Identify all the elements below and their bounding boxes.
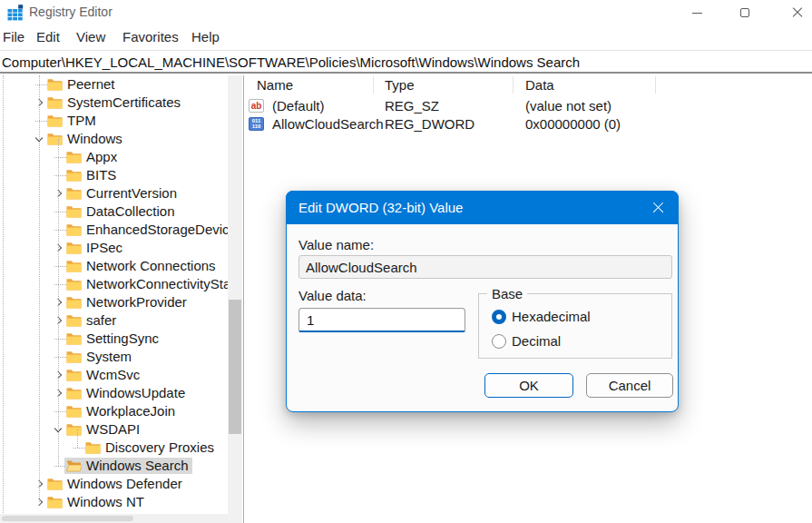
reg-sz-icon: ab: [249, 99, 264, 113]
value-row-allowcloudsearch[interactable]: 011110AllowCloudSearchREG_DWORD0x0000000…: [245, 114, 812, 133]
column-header-type[interactable]: Type: [385, 77, 415, 93]
value-name-field: AllowCloudSearch: [298, 255, 672, 279]
menu-view[interactable]: View: [76, 29, 105, 44]
tree-item-label: safer: [86, 312, 116, 329]
registry-tree: PeernetSystemCertificatesTPMWindowsAppxB…: [0, 75, 228, 514]
value-name-cell: ab(Default): [249, 97, 325, 113]
tree-item-label: NetworkConnectivityStatusIndicator: [86, 276, 228, 292]
tree-horizontal-scrollbar[interactable]: [0, 514, 242, 523]
folder-icon: [66, 278, 82, 291]
column-separator[interactable]: [655, 76, 656, 94]
tree-item-wsdapi[interactable]: WSDAPI: [0, 420, 228, 439]
tree-item-tpm[interactable]: TPM: [0, 112, 228, 130]
value-data-input[interactable]: 1: [298, 308, 465, 332]
radio-label: Decimal: [512, 333, 561, 349]
tree-item-label: WindowsUpdate: [86, 385, 185, 401]
tree-item-system[interactable]: System: [0, 348, 228, 366]
minimize-button[interactable]: [676, 0, 718, 25]
scrollbar-thumb[interactable]: [2, 516, 133, 521]
tree-item-network-connections[interactable]: Network Connections: [0, 257, 228, 275]
tree-item-windowsupdate[interactable]: WindowsUpdate: [0, 384, 228, 402]
value-name-cell: 011110AllowCloudSearch: [249, 115, 384, 132]
tree-item-label: System: [86, 349, 132, 365]
value-name-label: Value name:: [298, 237, 374, 252]
list-header: NameTypeData: [245, 75, 812, 94]
tree-item-label: EnhancedStorageDevices: [86, 222, 228, 238]
registry-editor-window: Registry Editor FileEditViewFavoritesHel…: [0, 0, 812, 523]
tree-vertical-scrollbar[interactable]: [228, 75, 242, 514]
folder-icon: [66, 405, 82, 418]
folder-icon: [66, 332, 82, 345]
radio-decimal[interactable]: Decimal: [492, 333, 561, 349]
maximize-icon: [740, 8, 749, 17]
cancel-button[interactable]: Cancel: [586, 373, 673, 398]
minimize-icon: [692, 13, 702, 14]
folder-icon: [66, 387, 82, 400]
tree-item-windows-defender[interactable]: Windows Defender: [0, 475, 228, 493]
tree-item-windows-nt[interactable]: Windows NT: [0, 493, 228, 511]
address-bar[interactable]: Computer\HKEY_LOCAL_MACHINE\SOFTWARE\Pol…: [0, 52, 812, 74]
folder-icon: [66, 314, 82, 327]
tree-item-networkconnectivitystatusindicator[interactable]: NetworkConnectivityStatusIndicator: [0, 275, 228, 293]
scrollbar-thumb[interactable]: [229, 300, 241, 434]
tree-item-workplacejoin[interactable]: WorkplaceJoin: [0, 402, 228, 420]
folder-icon: [47, 96, 63, 109]
column-separator[interactable]: [513, 76, 514, 94]
folder-icon: [85, 441, 101, 454]
tree-item-label: Windows Search: [86, 458, 189, 474]
folder-icon: [47, 114, 63, 127]
tree-item-systemcertificates[interactable]: SystemCertificates: [0, 94, 228, 112]
tree-item-bits[interactable]: BITS: [0, 166, 228, 184]
tree-item-label: SystemCertificates: [67, 94, 181, 111]
tree-item-datacollection[interactable]: DataCollection: [0, 202, 228, 221]
value-data-cell: 0x00000000 (0): [525, 115, 621, 132]
folder-icon: [66, 296, 82, 309]
folder-icon: [66, 151, 82, 163]
tree-item-wcmsvc[interactable]: WcmSvc: [0, 366, 228, 384]
tree-item-label: WorkplaceJoin: [86, 403, 175, 419]
tree-item-ipsec[interactable]: IPSec: [0, 239, 228, 257]
menu-help[interactable]: Help: [191, 29, 220, 44]
tree-item-label: IPSec: [86, 240, 122, 256]
tree-item-label: Discovery Proxies: [105, 439, 214, 456]
folder-icon: [66, 242, 82, 254]
tree-item-windows[interactable]: Windows: [0, 130, 228, 148]
folder-icon: [66, 187, 82, 200]
tree-item-enhancedstoragedevices[interactable]: EnhancedStorageDevices: [0, 221, 228, 239]
dialog-close-button[interactable]: [637, 191, 679, 224]
value-type-cell: REG_SZ: [385, 97, 439, 113]
value-row--default-[interactable]: ab(Default)REG_SZ(value not set): [245, 96, 812, 114]
address-path[interactable]: Computer\HKEY_LOCAL_MACHINE\SOFTWARE\Pol…: [2, 54, 580, 70]
value-data-cell: (value not set): [525, 97, 611, 113]
tree-item-peernet[interactable]: Peernet: [0, 75, 228, 94]
menu-bar: FileEditViewFavoritesHelp: [0, 25, 812, 51]
tree-item-safer[interactable]: safer: [0, 311, 228, 330]
folder-icon: [66, 169, 82, 182]
folder-icon: [66, 350, 82, 363]
radio-selected-icon[interactable]: [492, 310, 506, 324]
column-separator[interactable]: [373, 76, 374, 94]
menu-edit[interactable]: Edit: [36, 29, 60, 44]
edit-dword-dialog: Edit DWORD (32-bit) Value Value name: Al…: [286, 191, 679, 412]
close-button[interactable]: [777, 0, 812, 25]
menu-favorites[interactable]: Favorites: [122, 29, 179, 44]
column-header-name[interactable]: Name: [257, 77, 293, 93]
pane-splitter[interactable]: [243, 75, 244, 523]
menu-file[interactable]: File: [3, 29, 24, 44]
column-header-data[interactable]: Data: [525, 77, 554, 93]
tree-item-discovery-proxies[interactable]: Discovery Proxies: [0, 439, 228, 457]
radio-unselected-icon[interactable]: [492, 334, 506, 349]
tree-item-currentversion[interactable]: CurrentVersion: [0, 184, 228, 202]
tree-item-settingsync[interactable]: SettingSync: [0, 330, 228, 348]
title-bar: Registry Editor: [0, 0, 812, 25]
tree-item-label: BITS: [86, 167, 116, 183]
radio-hexadecimal[interactable]: Hexadecimal: [492, 309, 591, 324]
open-folder-icon: [66, 459, 82, 472]
tree-item-windows-search[interactable]: Windows Search: [0, 457, 228, 475]
tree-guide-line: [3, 75, 4, 514]
tree-item-networkprovider[interactable]: NetworkProvider: [0, 293, 228, 311]
maximize-button[interactable]: [724, 0, 766, 25]
tree-item-appx[interactable]: Appx: [0, 148, 228, 166]
tree-item-label: Windows: [67, 131, 122, 147]
ok-button[interactable]: OK: [484, 373, 573, 398]
